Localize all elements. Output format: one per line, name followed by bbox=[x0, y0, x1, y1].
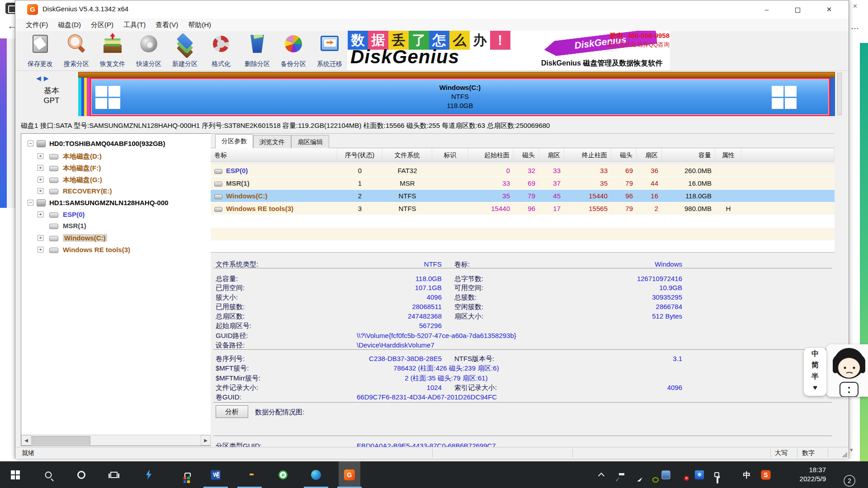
menu-partition[interactable]: 分区(P) bbox=[86, 19, 118, 31]
backup-partition-button[interactable]: 备份分区 bbox=[276, 32, 311, 70]
table-row-msr[interactable]: MSR(1) 1 MSR 33 69 37 35 79 44 16.0MB bbox=[211, 177, 835, 190]
scrollbar-thumb[interactable] bbox=[32, 436, 90, 445]
scroll-down-icon[interactable]: ▾ bbox=[850, 446, 853, 453]
analyze-button[interactable]: 分析 bbox=[216, 405, 248, 418]
partition-segment-esp[interactable] bbox=[78, 78, 81, 116]
taskbar-app-explorer[interactable] bbox=[239, 461, 260, 488]
tray-printer[interactable]: ✓ bbox=[610, 461, 625, 488]
col-volume[interactable]: 卷标 bbox=[211, 148, 337, 162]
tab-partition-params[interactable]: 分区参数 bbox=[215, 134, 253, 148]
col-start-sector[interactable]: 扇区 bbox=[539, 148, 564, 162]
expand-icon[interactable]: + bbox=[38, 235, 43, 241]
tree-item-esp[interactable]: + ESP(0) bbox=[21, 210, 211, 221]
tray-defender[interactable]: ✕ bbox=[675, 461, 689, 488]
taskbar-app-store[interactable] bbox=[171, 461, 193, 488]
menu-tools[interactable]: 工具(T) bbox=[118, 19, 151, 31]
minimize-button[interactable]: – bbox=[754, 0, 780, 19]
table-row-esp[interactable]: ESP(0) 0 FAT32 0 32 33 33 69 36 260.0MB bbox=[211, 164, 835, 177]
expand-icon[interactable]: + bbox=[38, 153, 43, 159]
col-seq[interactable]: 序号(状态) bbox=[337, 148, 382, 162]
background-close-icon[interactable]: ✕ bbox=[853, 3, 858, 9]
taskbar-app-browser[interactable]: e bbox=[272, 461, 294, 488]
banner-ad[interactable]: 数据丢了怎么办！ DiskGenius DiskGenius 致电: 400-0… bbox=[346, 31, 670, 70]
tab-browse-files[interactable]: 浏览文件 bbox=[253, 135, 291, 148]
tray-power[interactable] bbox=[709, 461, 724, 488]
maximize-button[interactable] bbox=[784, 0, 811, 19]
disk-nav-arrows[interactable]: ◀▶ bbox=[36, 75, 52, 82]
tree-item-windows-c[interactable]: + Windows(C:) bbox=[21, 233, 211, 244]
search-partition-button[interactable]: 搜索分区 bbox=[59, 32, 94, 70]
col-end-cyl[interactable]: 终止柱面 bbox=[564, 148, 611, 162]
menu-disk[interactable]: 磁盘(D) bbox=[53, 19, 86, 31]
tab-sector-edit[interactable]: 扇区编辑 bbox=[291, 135, 329, 148]
expand-icon[interactable]: + bbox=[38, 188, 43, 194]
menu-file[interactable]: 文件(F) bbox=[21, 19, 53, 31]
expand-icon[interactable]: + bbox=[38, 165, 43, 171]
ime-skin-cartoon[interactable] bbox=[826, 344, 868, 397]
taskbar-app-diskgenius[interactable]: G bbox=[339, 461, 360, 488]
partition-segment-winre[interactable] bbox=[830, 78, 835, 116]
taskbar-app-edge[interactable] bbox=[305, 461, 327, 488]
format-button[interactable]: 格式化 bbox=[203, 32, 239, 70]
recover-files-button[interactable]: 恢复文件 bbox=[95, 32, 130, 70]
taskbar-search-button[interactable] bbox=[38, 461, 59, 488]
table-row-winre[interactable]: Windows RE tools(3) 3 NTFS 15440 96 17 1… bbox=[211, 202, 835, 215]
collapse-icon[interactable]: − bbox=[28, 200, 33, 206]
partition-segment-small2[interactable] bbox=[87, 78, 90, 116]
tray-sogou[interactable]: S bbox=[759, 461, 773, 488]
tree-item-local-g[interactable]: + 本地磁盘(G:) bbox=[21, 175, 211, 186]
close-button[interactable]: ✕ bbox=[816, 0, 842, 19]
tray-intel-graphics[interactable] bbox=[659, 461, 673, 488]
sogou-ime-toolbar[interactable]: 中 简 半 ♥ bbox=[804, 348, 826, 396]
col-end-head[interactable]: 磁头 bbox=[611, 148, 637, 162]
expand-icon[interactable]: + bbox=[38, 247, 43, 253]
system-migrate-button[interactable]: 系统迁移 bbox=[312, 32, 347, 70]
taskbar-clock[interactable]: 18:37 2022/5/9 bbox=[784, 465, 826, 483]
col-id[interactable]: 标识 bbox=[432, 148, 468, 162]
tree-item-hd0[interactable]: − HD0:TOSHIBAMQ04ABF100(932GB) bbox=[21, 139, 211, 150]
tray-nvidia[interactable] bbox=[643, 461, 658, 488]
tree-item-winre[interactable]: + Windows RE tools(3) bbox=[21, 245, 211, 256]
expand-icon[interactable]: + bbox=[38, 177, 43, 183]
partition-segment-windows-c[interactable]: Windows(C:) NTFS 118.0GB bbox=[90, 78, 830, 116]
tree-item-local-d[interactable]: + 本地磁盘(D:) bbox=[21, 151, 211, 162]
tree-item-recovery-e[interactable]: + RECOVERY(E:) bbox=[21, 186, 211, 197]
prev-disk-icon[interactable]: ◀ bbox=[36, 75, 44, 82]
resize-grip[interactable] bbox=[842, 452, 847, 457]
ime-simplified[interactable]: 简 bbox=[804, 359, 826, 371]
col-capacity[interactable]: 容量 bbox=[662, 148, 715, 162]
ime-lang-chinese[interactable]: 中 bbox=[804, 348, 826, 359]
tray-volume[interactable] bbox=[725, 461, 740, 488]
delete-partition-button[interactable]: 删除分区 bbox=[240, 32, 275, 70]
banner-qq-link[interactable]: 或点击此处选择QQ咨询 bbox=[557, 41, 670, 49]
tray-expand-button[interactable] bbox=[594, 461, 609, 488]
tray-snowflake-app[interactable]: ❄ bbox=[692, 461, 707, 488]
task-view-button[interactable] bbox=[103, 461, 125, 488]
menu-help[interactable]: 帮助(H) bbox=[183, 19, 216, 31]
start-button[interactable] bbox=[5, 461, 26, 488]
tray-messenger[interactable] bbox=[628, 461, 642, 488]
overflow-menu-icon[interactable]: ⋯ bbox=[851, 23, 859, 33]
table-row-windows-c[interactable]: Windows(C:) 2 NTFS 35 79 45 15440 96 16 … bbox=[211, 190, 835, 202]
tree-item-hd1[interactable]: − HD1:SAMSUNGMZNLN128HAHQ-000 bbox=[21, 198, 211, 209]
taskbar-app-word[interactable]: W bbox=[205, 461, 226, 488]
tree-item-msr[interactable]: MSR(1) bbox=[21, 221, 211, 232]
save-changes-button[interactable]: 保存更改 bbox=[23, 32, 58, 70]
quick-partition-button[interactable]: 快速分区 bbox=[131, 32, 166, 70]
col-fs[interactable]: 文件系统 bbox=[382, 148, 432, 162]
tree-horizontal-scrollbar[interactable]: ◀ ▶ bbox=[21, 435, 211, 446]
cortana-button[interactable] bbox=[71, 461, 92, 488]
title-bar[interactable]: G DiskGenius V5.4.3.1342 x64 – ✕ bbox=[15, 0, 849, 19]
col-end-sector[interactable]: 扇区 bbox=[637, 148, 662, 162]
disk-bar-scrollbar[interactable] bbox=[837, 73, 842, 115]
scroll-right-icon[interactable]: ▶ bbox=[201, 435, 211, 446]
tray-ime-mode[interactable]: 中 bbox=[740, 461, 754, 488]
scroll-left-icon[interactable]: ◀ bbox=[21, 435, 31, 446]
taskbar-app-flash[interactable] bbox=[138, 461, 160, 488]
col-start-head[interactable]: 磁头 bbox=[514, 148, 539, 162]
ime-halfwidth[interactable]: 半 bbox=[804, 371, 826, 382]
new-partition-button[interactable]: 新建分区 bbox=[167, 32, 203, 70]
expand-icon[interactable]: + bbox=[38, 211, 43, 217]
col-start-cyl[interactable]: 起始柱面 bbox=[468, 148, 514, 162]
tree-item-local-f[interactable]: + 本地磁盘(F:) bbox=[21, 163, 211, 174]
